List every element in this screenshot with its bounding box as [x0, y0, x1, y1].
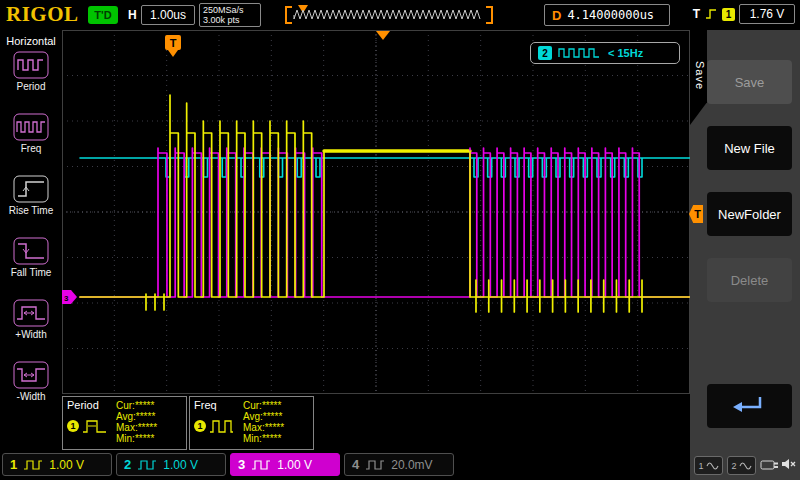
- measurement-title: Freq: [194, 399, 240, 411]
- freq-icon: [13, 113, 49, 141]
- channel-number: 2: [124, 457, 131, 472]
- trigger-t-label: T: [693, 7, 700, 21]
- measurement-min: Min:*****: [243, 433, 284, 444]
- sidebar-item-label: Freq: [21, 143, 42, 154]
- channel-wave-icon: [365, 459, 385, 471]
- membar-right-bracket: [486, 7, 492, 23]
- channel-1-status[interactable]: 1 1.00 V: [2, 453, 112, 476]
- channel-number: 4: [352, 457, 359, 472]
- menu-button-new-folder[interactable]: NewFolder: [707, 192, 792, 236]
- channel-wave-icon: [251, 459, 271, 471]
- membar-waveform-preview: [294, 10, 480, 19]
- channel-number: 1: [10, 457, 17, 472]
- freq-counter-channel-badge: 2: [538, 46, 552, 60]
- waveform-display: T 3 2 < 15Hz: [62, 30, 690, 394]
- measurement-avg: Avg:*****: [116, 411, 157, 422]
- membar-left-bracket: [286, 7, 292, 23]
- delay-value: 4.14000000us: [567, 8, 654, 22]
- measurement-title: Period: [67, 399, 113, 411]
- rise-time-icon: [13, 175, 49, 203]
- sidebar-item-pos-width[interactable]: +Width: [0, 295, 62, 357]
- trigger-source-badge: 1: [722, 8, 735, 21]
- channel-wave-icon: [137, 459, 157, 471]
- ch3-marker-label: 3: [64, 294, 69, 303]
- measurement-cur: Cur:*****: [243, 400, 284, 411]
- sidebar-item-period[interactable]: Period: [0, 47, 62, 109]
- delay-readout[interactable]: D 4.14000000us: [544, 4, 670, 26]
- memory-depth: 3.00k pts: [203, 15, 257, 25]
- source-number: 2: [731, 461, 736, 471]
- measurement-box-freq[interactable]: Freq 1 Cur:***** Avg:***** Max:***** Min…: [189, 396, 314, 450]
- period-measure-icon: [81, 416, 108, 436]
- waveform-ch3: [80, 148, 690, 297]
- measurement-max: Max:*****: [243, 422, 284, 433]
- freq-counter-value: < 15Hz: [608, 47, 643, 59]
- return-arrow-icon: [730, 393, 770, 419]
- source-wave-icon: [706, 461, 719, 471]
- timebase-readout[interactable]: 1.00us: [141, 5, 195, 25]
- source-number: 1: [698, 461, 703, 471]
- memory-position-bar[interactable]: [284, 5, 494, 25]
- trigger-time-flag[interactable]: T: [165, 35, 181, 57]
- sidebar-item-fall-time[interactable]: Fall Time: [0, 233, 62, 295]
- period-icon: [13, 51, 49, 79]
- trigger-flag-label: T: [170, 37, 177, 49]
- trigger-level-readout: 1.76 V: [739, 4, 795, 24]
- horizontal-measure-sidebar: Horizontal Period Freq Rise Time Fall Ti…: [0, 30, 62, 480]
- sidebar-item-label: Period: [17, 81, 46, 92]
- menu-tab-title: Save: [691, 40, 706, 112]
- measurement-min: Min:*****: [116, 433, 157, 444]
- usb-icon: [760, 458, 780, 472]
- measurement-max: Max:*****: [116, 422, 157, 433]
- menu-button-return[interactable]: [707, 384, 792, 428]
- channel-scale: 1.00 V: [49, 458, 84, 472]
- graticule: [62, 30, 690, 394]
- frequency-counter-badge: 2 < 15Hz: [530, 42, 680, 64]
- trigger-info[interactable]: T 1 1.76 V: [693, 4, 795, 24]
- horizontal-h-label: H: [128, 8, 137, 22]
- channel-4-status[interactable]: 4 20.0mV: [344, 453, 454, 476]
- acquisition-info: 250MSa/s 3.00k pts: [199, 3, 261, 27]
- sidebar-item-rise-time[interactable]: Rise Time: [0, 171, 62, 233]
- channel-scale: 1.00 V: [277, 458, 312, 472]
- measurement-avg: Avg:*****: [243, 411, 284, 422]
- sidebar-title: Horizontal: [0, 35, 62, 47]
- sidebar-item-label: Fall Time: [11, 267, 52, 278]
- channel-3-status[interactable]: 3 1.00 V: [230, 453, 340, 476]
- fall-time-icon: [13, 237, 49, 265]
- delay-d-label: D: [552, 8, 561, 23]
- channel-scale: 20.0mV: [391, 458, 432, 472]
- source-1-indicator[interactable]: 1: [694, 456, 723, 475]
- sample-rate: 250MSa/s: [203, 5, 257, 15]
- menu-button-delete[interactable]: Delete: [707, 258, 792, 302]
- source-wave-icon: [739, 461, 752, 471]
- measurement-box-period[interactable]: Period 1 Cur:***** Avg:***** Max:***** M…: [62, 396, 187, 450]
- channel-number: 3: [238, 457, 245, 472]
- measurement-channel-badge: 1: [67, 420, 79, 432]
- trigger-edge-icon: [704, 7, 718, 21]
- channel-scale: 1.00 V: [163, 458, 198, 472]
- sidebar-item-neg-width[interactable]: -Width: [0, 357, 62, 419]
- ch3-position-marker[interactable]: 3: [62, 290, 77, 304]
- waveforms: [80, 95, 690, 312]
- measurement-channel-badge: 1: [194, 420, 206, 432]
- minus-width-icon: [13, 361, 49, 389]
- sidebar-item-label: -Width: [17, 391, 46, 402]
- sidebar-item-freq[interactable]: Freq: [0, 109, 62, 171]
- menu-button-new-file[interactable]: New File: [707, 126, 792, 170]
- speaker-muted-icon: [781, 457, 797, 472]
- measurement-cur: Cur:*****: [116, 400, 157, 411]
- pulse-train-icon: [558, 47, 602, 59]
- source-2-indicator[interactable]: 2: [727, 456, 756, 475]
- menu-button-save[interactable]: Save: [707, 60, 792, 104]
- trigger-status-badge: T'D: [88, 6, 118, 24]
- sidebar-item-label: Rise Time: [9, 205, 53, 216]
- rigol-logo: RIGOL: [6, 2, 79, 27]
- freq-measure-icon: [208, 416, 235, 436]
- channel-2-status[interactable]: 2 1.00 V: [116, 453, 226, 476]
- sidebar-item-label: +Width: [15, 329, 46, 340]
- trigger-position-marker[interactable]: [376, 31, 390, 40]
- channel-wave-icon: [23, 459, 43, 471]
- oscilloscope-screen: { "topbar": { "logo": "RIGOL", "status":…: [0, 0, 800, 480]
- plus-width-icon: [13, 299, 49, 327]
